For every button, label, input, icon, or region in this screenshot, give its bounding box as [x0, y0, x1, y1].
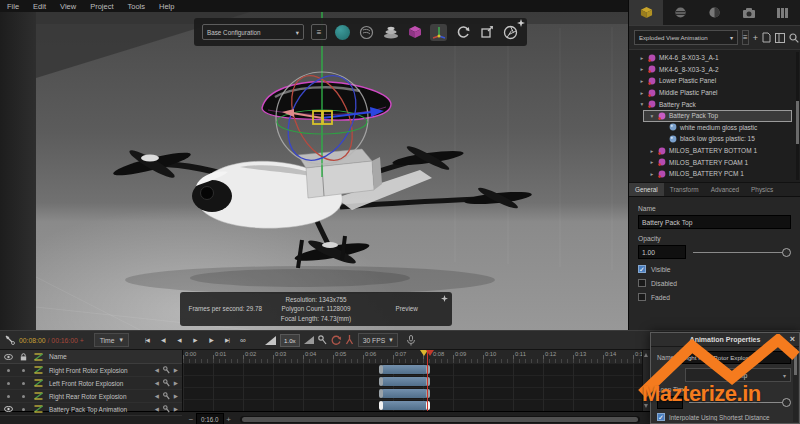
- play-button[interactable]: ▶: [189, 334, 201, 346]
- timeline-horizontal-scrollbar[interactable]: [240, 416, 640, 423]
- next-key-icon[interactable]: ▶: [174, 367, 178, 373]
- move-gizmo-button[interactable]: [430, 24, 447, 41]
- playhead[interactable]: [427, 350, 428, 411]
- faded-checkbox[interactable]: [638, 293, 646, 301]
- vr-mode-button[interactable]: [358, 24, 375, 41]
- clamp-dropdown[interactable]: Clamp ▾: [685, 368, 791, 382]
- clip-start-handle[interactable]: [379, 401, 383, 410]
- tree-collapse-icon[interactable]: ▾: [639, 101, 645, 107]
- play-reverse-button[interactable]: ◀: [173, 334, 185, 346]
- scroll-up-arrow[interactable]: [644, 353, 648, 357]
- key-icon[interactable]: [318, 335, 327, 345]
- zoom-in-button[interactable]: +: [224, 415, 234, 424]
- wrench-icon[interactable]: [163, 405, 170, 413]
- tab-transform[interactable]: Transform: [664, 183, 705, 196]
- name-field[interactable]: Battery Pack Top: [638, 215, 791, 229]
- skip-end-button[interactable]: ▶|: [221, 334, 233, 346]
- track-curve-icon[interactable]: [30, 405, 47, 413]
- tree-expand-icon[interactable]: ▸: [639, 78, 645, 84]
- menu-help[interactable]: Help: [152, 2, 181, 11]
- tree-item[interactable]: ▸ Lower Plastic Panel: [629, 75, 800, 87]
- animation-clip[interactable]: [380, 365, 429, 374]
- tab-general[interactable]: General: [629, 183, 664, 196]
- tab-advanced[interactable]: Advanced: [705, 183, 745, 196]
- tree-scrollbar[interactable]: [796, 52, 799, 180]
- tab-camera[interactable]: [732, 0, 766, 25]
- animation-list-button[interactable]: ≡: [742, 30, 749, 45]
- tab-materials[interactable]: [663, 0, 697, 25]
- rotate-view-button[interactable]: [454, 24, 471, 41]
- clip-start-handle[interactable]: [379, 365, 383, 374]
- ease-triangle-icon[interactable]: [304, 336, 314, 344]
- next-key-icon[interactable]: ▶: [174, 393, 178, 399]
- next-key-icon[interactable]: ▶: [174, 406, 178, 412]
- step-forward-button[interactable]: |▶: [205, 334, 217, 346]
- microphone-icon[interactable]: [406, 335, 416, 346]
- loop-slider-knob[interactable]: [782, 398, 791, 407]
- disabled-checkbox[interactable]: [638, 279, 646, 287]
- tree-item-material[interactable]: black low gloss plastic: 15: [629, 133, 800, 145]
- track-lock-toggle[interactable]: [16, 395, 30, 398]
- wrench-icon[interactable]: [163, 392, 170, 400]
- scrollbar-thumb[interactable]: [242, 417, 638, 422]
- prev-key-icon[interactable]: ◀: [155, 380, 159, 386]
- new-document-button[interactable]: [762, 31, 771, 44]
- tree-expand-icon[interactable]: ▸: [649, 171, 655, 177]
- tree-expand-icon[interactable]: ▸: [649, 148, 655, 154]
- animation-properties-titlebar[interactable]: Animation Properties ×: [651, 333, 799, 347]
- timeline-vertical-scrollbar[interactable]: [642, 350, 650, 411]
- visible-checkbox[interactable]: ✓: [638, 265, 646, 273]
- tree-item[interactable]: ▸ MILOS_BATTERY BOTTOM 1: [629, 145, 800, 157]
- pin-icon[interactable]: [517, 19, 525, 27]
- skip-start-button[interactable]: |◀: [141, 334, 153, 346]
- tree-expand-icon[interactable]: ▸: [639, 90, 645, 96]
- track-lock-toggle[interactable]: [16, 382, 30, 385]
- visibility-column-header[interactable]: [0, 354, 16, 360]
- lock-column-header[interactable]: [16, 353, 30, 361]
- track-lock-toggle[interactable]: [16, 408, 30, 411]
- track-lock-toggle[interactable]: [16, 369, 30, 372]
- tab-physics[interactable]: Physics: [745, 183, 779, 196]
- opacity-slider-knob[interactable]: [782, 248, 791, 257]
- curve-column-header[interactable]: [30, 353, 47, 361]
- loop-time-field[interactable]: [657, 396, 683, 409]
- menu-file[interactable]: File: [0, 2, 26, 11]
- loop-button[interactable]: ∞: [237, 334, 249, 346]
- zoom-out-button[interactable]: −: [186, 415, 196, 424]
- tab-environment[interactable]: [697, 0, 731, 25]
- step-back-button[interactable]: ◀|: [157, 334, 169, 346]
- panel-view-button[interactable]: [775, 31, 785, 44]
- render-sphere-button[interactable]: [334, 24, 351, 41]
- animation-clip[interactable]: [380, 389, 429, 398]
- track-curve-icon[interactable]: [30, 366, 47, 374]
- track-visibility-toggle[interactable]: [0, 395, 16, 398]
- menu-tools[interactable]: Tools: [121, 2, 153, 11]
- track-curve-icon[interactable]: [30, 392, 47, 400]
- interpolate-checkbox[interactable]: ✓: [657, 413, 665, 421]
- clip-start-handle[interactable]: [379, 389, 383, 398]
- next-key-icon[interactable]: ▶: [174, 380, 178, 386]
- viewport-3d[interactable]: Base Configuration ▾ ≡: [0, 12, 628, 330]
- range-value[interactable]: 0:16.0: [196, 413, 224, 424]
- panel-scrollbar-thumb[interactable]: [794, 349, 797, 375]
- clip-start-handle[interactable]: [379, 377, 383, 386]
- time-mode-dropdown[interactable]: Time ▾: [94, 333, 129, 347]
- menu-project[interactable]: Project: [83, 2, 120, 11]
- tree-item[interactable]: ▸ MILOS_BATTERY FOAM 1: [629, 156, 800, 168]
- fps-dropdown[interactable]: 30 FPS ▾: [358, 333, 398, 347]
- tree-item[interactable]: ▸ MILOS_BATTERY PCM 1: [629, 168, 800, 180]
- track-visibility-toggle[interactable]: [0, 382, 16, 385]
- tree-item[interactable]: ▸ MK4-6_8-X03-3_A-1: [629, 52, 800, 64]
- animation-dropdown[interactable]: Exploded View Animation ▾: [634, 30, 738, 45]
- tab-layout[interactable]: [766, 0, 800, 25]
- tree-scrollbar-thumb[interactable]: [796, 101, 799, 145]
- tree-expand-icon[interactable]: ▸: [649, 159, 655, 165]
- menu-edit[interactable]: Edit: [26, 2, 53, 11]
- track-curve-icon[interactable]: [30, 379, 47, 387]
- exploded-view-button[interactable]: [406, 24, 423, 41]
- track-row[interactable]: Right Front Rotor Explosion ◀ ▶: [0, 364, 182, 377]
- tree-item-selected[interactable]: ▾ Battery Pack Top: [643, 110, 792, 122]
- tree-expand-icon[interactable]: ▸: [639, 55, 645, 61]
- wrench-icon[interactable]: [163, 379, 170, 387]
- configuration-dropdown[interactable]: Base Configuration ▾: [202, 24, 304, 40]
